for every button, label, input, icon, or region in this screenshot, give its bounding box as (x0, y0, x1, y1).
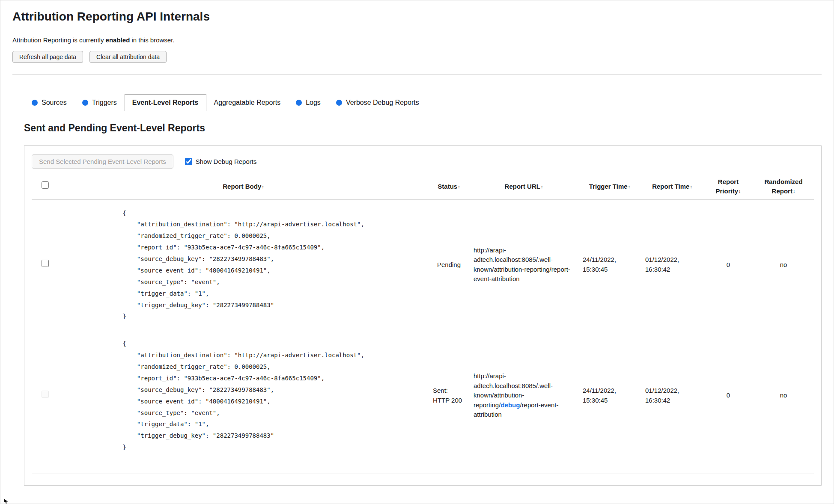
select-all-header-cell (32, 174, 58, 199)
column-header-report-body[interactable]: Report Body↕ (58, 174, 429, 199)
page-title: Attribution Reporting API Internals (12, 0, 822, 24)
column-header-report-time[interactable]: Report Time↕ (641, 174, 703, 199)
column-label: Report Body (223, 183, 261, 190)
column-header-randomized-report[interactable]: Randomized Report↕ (753, 174, 814, 199)
column-header-status[interactable]: Status↕ (429, 174, 469, 199)
report-time-cell: 01/12/2022, 16:30:42 (641, 330, 703, 461)
row-select-cell (32, 330, 58, 461)
report-body-json: { "attribution_destination": "http://ara… (122, 338, 364, 453)
select-all-checkbox[interactable] (42, 181, 49, 189)
tab-data-dot-icon (82, 100, 88, 106)
report-priority-cell: 0 (703, 330, 753, 461)
report-status-cell: Sent: HTTP 200 (429, 330, 469, 461)
column-label: Randomized Report (764, 178, 802, 195)
tab-label: Aggregatable Reports (214, 99, 281, 107)
column-label: Report Time (652, 183, 689, 190)
tab-strip: Sources Triggers Event-Level Reports Agg… (12, 94, 822, 111)
tab-data-dot-icon (32, 100, 38, 106)
report-url-prefix: http://arapi-adtech.localhost:8085/.well… (474, 246, 553, 273)
table-footer-cell (32, 461, 814, 474)
report-url: http://arapi-adtech.localhost:8085/.well… (474, 246, 574, 284)
column-label: Report Priority (715, 178, 739, 195)
sort-icon: ↕ (739, 189, 741, 194)
trigger-time: 24/11/2022, 15:30:45 (583, 255, 637, 274)
tab-data-dot-icon (296, 100, 302, 106)
page-toolbar: Refresh all page data Clear all attribut… (12, 51, 822, 63)
trigger-time-cell: 24/11/2022, 15:30:45 (578, 330, 641, 461)
report-url-cell: http://arapi-adtech.localhost:8085/.well… (469, 330, 578, 461)
report-row-pending: { "attribution_destination": "http://ara… (32, 199, 814, 330)
table-header-row: Report Body↕ Status↕ Report URL↕ Trigger… (32, 174, 814, 199)
send-selected-button[interactable]: Send Selected Pending Event-Level Report… (32, 154, 173, 169)
report-status: Pending (437, 260, 461, 270)
tab-label: Triggers (92, 99, 117, 107)
tab-label: Logs (306, 99, 321, 107)
report-body-json: { "attribution_destination": "http://ara… (122, 208, 364, 323)
column-header-report-priority[interactable]: Report Priority↕ (703, 174, 753, 199)
row-select-checkbox[interactable] (42, 260, 49, 267)
tab-triggers[interactable]: Triggers (74, 94, 125, 111)
row-select-cell (32, 199, 58, 330)
sort-icon: ↕ (541, 184, 543, 189)
randomized-report-cell: no (753, 199, 814, 330)
randomized-report: no (780, 260, 787, 270)
report-body-cell: { "attribution_destination": "http://ara… (58, 330, 429, 461)
report-priority: 0 (727, 260, 730, 270)
sort-icon: ↕ (793, 189, 795, 194)
section-heading: Sent and Pending Event-Level Reports (24, 122, 822, 134)
trigger-time: 24/11/2022, 15:30:45 (583, 386, 637, 405)
report-body-cell: { "attribution_destination": "http://ara… (58, 199, 429, 330)
sort-icon: ↕ (628, 184, 631, 189)
attribution-internals-page: Attribution Reporting API Internals Attr… (0, 0, 834, 504)
report-status: Sent: HTTP 200 (433, 386, 465, 405)
randomized-report: no (780, 391, 787, 400)
column-header-report-url[interactable]: Report URL↕ (469, 174, 578, 199)
debug-path-segment: debug (500, 401, 520, 409)
status-enabled-text: enabled (106, 36, 130, 44)
report-url: http://arapi-adtech.localhost:8085/.well… (474, 371, 574, 420)
column-label: Report URL (505, 183, 540, 190)
tab-verbose-debug-reports[interactable]: Verbose Debug Reports (328, 94, 427, 111)
refresh-all-button[interactable]: Refresh all page data (12, 51, 83, 63)
tab-logs[interactable]: Logs (288, 94, 328, 111)
show-debug-toggle[interactable]: Show Debug Reports (185, 158, 257, 165)
divider (12, 74, 822, 75)
report-time: 01/12/2022, 16:30:42 (645, 386, 699, 405)
report-url-cell: http://arapi-adtech.localhost:8085/.well… (469, 199, 578, 330)
tab-label: Sources (42, 99, 67, 107)
event-reports-table: Report Body↕ Status↕ Report URL↕ Trigger… (32, 174, 814, 474)
mouse-cursor-icon (3, 498, 10, 504)
status-text: Attribution Reporting is currently enabl… (12, 36, 822, 44)
panel-toolbar: Send Selected Pending Event-Level Report… (32, 154, 814, 169)
tab-label: Verbose Debug Reports (346, 99, 419, 107)
report-time: 01/12/2022, 16:30:42 (645, 255, 699, 274)
column-label: Status (438, 183, 457, 190)
status-text-suffix: in this browser. (130, 36, 174, 44)
sort-icon: ↕ (262, 184, 264, 189)
report-status-cell: Pending (429, 199, 469, 330)
tab-aggregatable-reports[interactable]: Aggregatable Reports (206, 94, 289, 111)
row-select-checkbox-disabled[interactable] (42, 391, 49, 398)
table-footer-row (32, 461, 814, 474)
tab-data-dot-icon (336, 100, 342, 106)
trigger-time-cell: 24/11/2022, 15:30:45 (578, 199, 641, 330)
show-debug-checkbox[interactable] (185, 158, 192, 165)
report-row-sent: { "attribution_destination": "http://ara… (32, 330, 814, 461)
sort-icon: ↕ (690, 184, 692, 189)
report-time-cell: 01/12/2022, 16:30:42 (641, 199, 703, 330)
column-header-trigger-time[interactable]: Trigger Time↕ (578, 174, 641, 199)
sort-icon: ↕ (458, 184, 460, 189)
tab-event-level-reports[interactable]: Event-Level Reports (125, 94, 206, 111)
show-debug-label: Show Debug Reports (196, 158, 257, 165)
report-priority-cell: 0 (703, 199, 753, 330)
report-priority: 0 (727, 391, 730, 400)
status-text-prefix: Attribution Reporting is currently (12, 36, 106, 44)
tab-label: Event-Level Reports (132, 99, 199, 107)
column-label: Trigger Time (589, 183, 628, 190)
reports-panel: Send Selected Pending Event-Level Report… (24, 145, 822, 486)
randomized-report-cell: no (753, 330, 814, 461)
clear-all-button[interactable]: Clear all attribution data (89, 51, 167, 63)
tab-sources[interactable]: Sources (24, 94, 74, 111)
